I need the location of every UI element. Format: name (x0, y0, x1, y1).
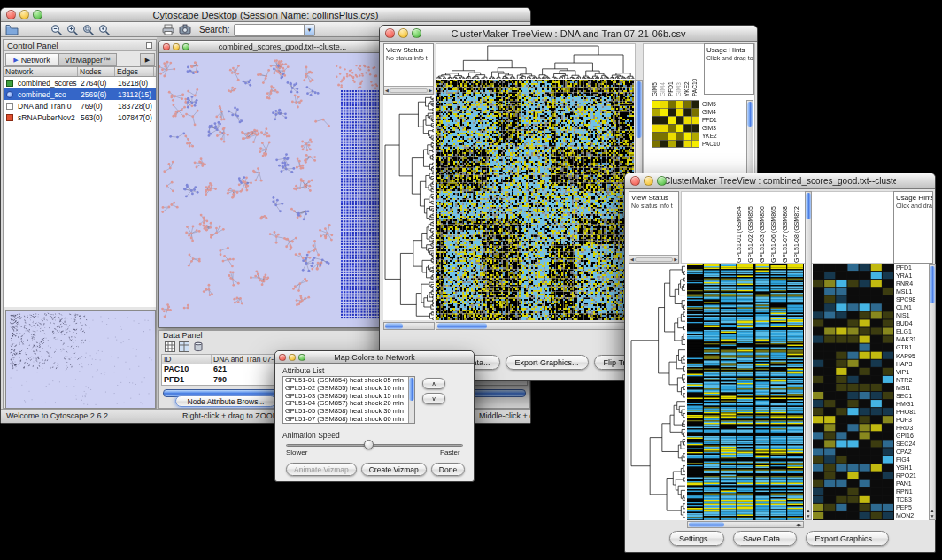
global-heatmap[interactable] (687, 264, 804, 520)
minimize-button[interactable] (289, 354, 296, 361)
gene-label[interactable]: MAK31 (896, 335, 928, 343)
gene-label[interactable]: MON2 (896, 511, 928, 519)
zoom-button[interactable] (33, 10, 42, 19)
open-file-icon[interactable] (5, 24, 19, 35)
treeview-button[interactable]: Save Data... (733, 531, 797, 546)
tab-network[interactable]: ▶ Network (5, 53, 58, 66)
attribute-table-icon[interactable] (179, 341, 189, 352)
minimize-button[interactable] (644, 176, 653, 186)
gene-label[interactable]: KAP95 (896, 352, 928, 360)
scroll-thumb[interactable] (689, 522, 724, 527)
gene-label[interactable]: ELG1 (896, 327, 928, 335)
gene-label[interactable]: HMG1 (896, 400, 928, 408)
zoom-button[interactable] (412, 28, 421, 38)
tab-overflow-button[interactable]: ▶ (140, 53, 155, 66)
gene-label[interactable]: RPO21 (896, 472, 928, 479)
gene-label[interactable]: BUD4 (896, 319, 928, 327)
scroll-arrows[interactable]: ▲▼ (806, 508, 811, 518)
gene-label[interactable]: SEC1 (896, 392, 928, 400)
scroll-arrows[interactable]: ▲▼ (930, 508, 935, 518)
gene-label[interactable]: RPN1 (896, 487, 928, 495)
expression-heatmap[interactable] (436, 80, 634, 320)
print-icon[interactable] (162, 24, 174, 35)
similarity-matrix[interactable] (652, 100, 699, 148)
zoom-button[interactable] (657, 176, 667, 186)
gene-label[interactable]: SPC98 (896, 295, 928, 303)
array-dendrogram[interactable] (436, 43, 636, 81)
gene-label[interactable]: HAP3 (896, 360, 928, 368)
move-down-button[interactable]: ∨ (422, 393, 445, 404)
gene-label[interactable]: PFD1 (896, 264, 928, 272)
main-titlebar[interactable]: Cytoscape Desktop (Session Name: collins… (1, 8, 530, 22)
gene-label[interactable]: HRD3 (896, 424, 928, 432)
scroll-right-icon[interactable]: ▶ (429, 88, 432, 93)
dialog-titlebar[interactable]: Map Colors to Network (275, 351, 474, 364)
attribute-select-icon[interactable] (165, 341, 175, 352)
tab-vizmapper[interactable]: VizMapper™ (58, 53, 117, 66)
attribute-item[interactable]: GPL51-05 (GSM858) heat shock 30 min (283, 408, 414, 416)
gene-label[interactable]: NTR2 (896, 376, 928, 384)
column-nodes[interactable]: Nodes (78, 67, 115, 76)
gene-label[interactable]: YSH1 (896, 464, 928, 472)
scroll-thumb[interactable] (385, 323, 403, 329)
zoom-selected-icon[interactable] (98, 24, 111, 36)
close-button[interactable] (385, 28, 395, 38)
gene-dendrogram[interactable] (629, 264, 686, 520)
dialog-button[interactable]: Done (431, 463, 465, 476)
close-button[interactable] (630, 176, 640, 186)
float-panel-icon[interactable] (146, 42, 152, 49)
scroll-thumb[interactable] (930, 266, 935, 303)
scroll-left-icon[interactable]: ◀ (630, 257, 634, 262)
network-view-titlebar[interactable]: combined_scores_good.txt--cluste... (159, 41, 382, 53)
zoom-fit-icon[interactable] (82, 24, 95, 36)
network-row[interactable]: combined_sco 2569(6) 13112(15) (4, 88, 156, 100)
node-attribute-browser-tab[interactable]: Node Attribute Brows... (175, 395, 276, 407)
gene-label[interactable]: MSI1 (896, 384, 928, 392)
gene-label[interactable]: TCB3 (896, 495, 928, 503)
attribute-item[interactable]: GPL51-01 (GSM854) heat shock 05 min (283, 377, 414, 385)
search-input[interactable]: ▼ (234, 24, 315, 36)
column-edges[interactable]: Edges (115, 67, 154, 76)
zoom-button[interactable] (298, 354, 305, 361)
treeview-button[interactable]: Settings... (669, 531, 724, 546)
minimize-button[interactable] (398, 28, 408, 38)
gene-label[interactable]: GPI16 (896, 432, 928, 440)
database-icon[interactable] (193, 341, 204, 352)
minimize-button[interactable] (19, 10, 29, 19)
speed-slider-thumb[interactable] (364, 440, 374, 449)
attribute-item[interactable]: GPL51-02 (GSM855) heat shock 10 min (283, 385, 414, 393)
gene-label[interactable]: GTB1 (896, 343, 928, 351)
network-row[interactable]: sRNAPuberNov2 563(0) 107847(0) (4, 111, 156, 123)
gene-label[interactable]: PEP5 (896, 503, 928, 511)
detail-heatmap[interactable] (813, 264, 894, 520)
chevron-down-icon[interactable]: ▼ (304, 25, 314, 35)
network-overview-thumbnail[interactable] (5, 310, 156, 409)
dialog-button[interactable]: Create Vizmap (361, 463, 427, 476)
attribute-item[interactable]: GPL51-07 (GSM868) heat shock 60 min (283, 416, 414, 424)
scroll-thumb[interactable] (409, 378, 414, 401)
column-network[interactable]: Network (4, 67, 78, 76)
gene-label[interactable]: PHO81 (896, 408, 928, 416)
snapshot-icon[interactable] (179, 24, 191, 35)
attribute-item[interactable]: GPL51-04 (GSM857) heat shock 20 min (283, 400, 414, 408)
gene-label[interactable]: CPA2 (896, 448, 928, 456)
network-row[interactable]: DNA and Tran 0 769(0) 183728(0) (4, 100, 156, 111)
scroll-arrows[interactable]: ◀▶ (795, 522, 802, 527)
close-button[interactable] (6, 10, 16, 19)
treeview-combined-titlebar[interactable]: ClusterMaker TreeView : combined_scores_… (625, 173, 935, 189)
dialog-button[interactable]: Animate Vizmap (286, 463, 357, 476)
minimize-button[interactable] (173, 43, 180, 50)
scroll-right-icon[interactable]: ▶ (674, 257, 677, 262)
column-id[interactable]: ID (162, 355, 212, 364)
scroll-thumb[interactable] (437, 323, 487, 329)
zoom-in-icon[interactable] (66, 24, 79, 36)
network-canvas[interactable] (159, 53, 382, 327)
gene-label[interactable]: MSL1 (896, 288, 928, 295)
gene-dendrogram[interactable] (383, 95, 435, 320)
scroll-thumb[interactable] (806, 193, 811, 219)
treeview-dna-titlebar[interactable]: ClusterMaker TreeView : DNA and Tran 07-… (380, 26, 757, 42)
scroll-thumb[interactable] (636, 81, 642, 138)
attribute-item[interactable]: GPL51-03 (GSM856) heat shock 15 min (283, 393, 414, 401)
zoom-button[interactable] (182, 43, 189, 50)
close-button[interactable] (279, 354, 286, 361)
